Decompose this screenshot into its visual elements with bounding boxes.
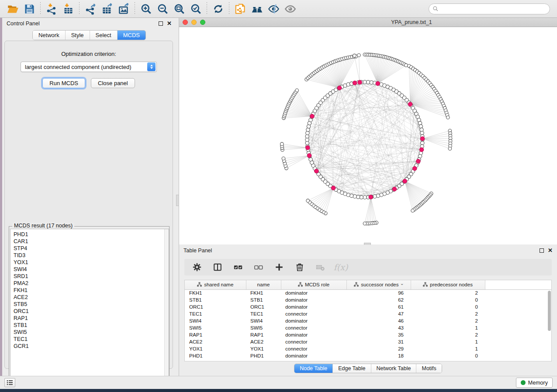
open-folder-icon — [7, 3, 19, 15]
cell-name: RAP1 — [246, 331, 281, 338]
delete-column-button[interactable] — [293, 261, 306, 274]
status-bar: Memory — [0, 376, 557, 389]
cell-successor-nodes: 18 — [346, 352, 411, 359]
float-panel-icon[interactable] — [159, 21, 163, 26]
table-row[interactable]: SWI5SWI5connector431 — [185, 324, 551, 331]
table-tab-motifs[interactable]: Motifs — [416, 364, 441, 373]
cytoscape-app-window: Control Panel ✕ NetworkStyleSelectMCDS O… — [0, 0, 557, 392]
export-image-button[interactable] — [115, 1, 132, 16]
result-node-item[interactable]: STB1 — [14, 322, 169, 329]
zoom-out-button[interactable] — [154, 1, 171, 16]
table-row[interactable]: SWI4SWI4dominator462 — [185, 317, 551, 324]
column-type-icon — [298, 282, 303, 287]
result-node-item[interactable]: ORC1 — [14, 308, 169, 315]
result-node-item[interactable]: PHD1 — [14, 231, 169, 238]
table-row[interactable]: ACE2ACE2connector311 — [185, 338, 551, 345]
export-network-button[interactable] — [82, 1, 99, 16]
table-row[interactable]: PHD1PHD1dominator180 — [185, 352, 551, 359]
result-node-item[interactable]: SWI5 — [14, 329, 169, 336]
network-window: YPA_prune.txt_1 — [179, 18, 557, 245]
search-input[interactable] — [441, 6, 546, 12]
table-row[interactable]: FKH1FKH1dominator962 — [185, 289, 551, 296]
tab-network[interactable]: Network — [33, 31, 65, 40]
deselect-all-rows-button[interactable] — [252, 261, 265, 274]
result-node-item[interactable]: YOX1 — [14, 259, 169, 266]
network-canvas[interactable] — [179, 27, 557, 244]
column-header-predecessor-nodes[interactable]: predecessor nodes — [411, 280, 485, 289]
result-node-item[interactable]: CAR1 — [14, 238, 169, 245]
show-columns-button[interactable] — [211, 261, 224, 274]
result-node-item[interactable]: GCR1 — [14, 343, 169, 350]
hide-graphics-eye-button[interactable] — [265, 1, 282, 16]
toolbar-separator — [79, 2, 80, 15]
divider-grip[interactable] — [176, 195, 179, 206]
column-header-name[interactable]: name — [246, 280, 281, 289]
task-history-button[interactable] — [4, 378, 15, 387]
copy-share-document-button[interactable] — [232, 1, 249, 16]
binoculars-button[interactable] — [249, 1, 265, 16]
window-zoom-button[interactable] — [200, 20, 205, 25]
float-panel-icon[interactable] — [540, 248, 544, 253]
result-node-item[interactable]: STP4 — [14, 245, 169, 252]
table-tab-node-table[interactable]: Node Table — [294, 364, 332, 373]
run-mcds-button[interactable]: Run MCDS — [42, 78, 85, 88]
close-panel-icon[interactable]: ✕ — [548, 248, 553, 253]
window-close-button[interactable] — [183, 20, 188, 25]
table-row[interactable]: STB1STB1dominator620 — [185, 296, 551, 303]
refresh-button[interactable] — [210, 1, 226, 16]
cell-mcds-role: connector — [281, 324, 346, 331]
network-graph — [179, 27, 557, 244]
add-column-button[interactable] — [273, 261, 286, 274]
zoom-in-button[interactable] — [138, 1, 154, 16]
table-tab-network-table[interactable]: Network Table — [371, 364, 416, 373]
desktop-wallpaper-strip — [0, 389, 557, 392]
table-settings-gear-button[interactable] — [190, 261, 204, 274]
column-header-shared-name[interactable]: shared name — [185, 280, 246, 289]
result-list-scrollbar[interactable] — [164, 229, 169, 386]
zoom-fit-icon — [173, 3, 185, 15]
criterion-select[interactable]: largest connected component (undirected) — [21, 62, 157, 72]
control-panel-tabs: NetworkStyleSelectMCDS — [32, 30, 146, 40]
table-row[interactable]: ORC1ORC1dominator610 — [185, 303, 551, 310]
result-node-item[interactable]: SWI4 — [14, 266, 169, 273]
select-all-rows-button[interactable] — [232, 261, 245, 274]
result-node-item[interactable]: TID3 — [14, 252, 169, 259]
cell-mcds-role: connector — [281, 310, 346, 317]
table-scrollbar-thumb[interactable] — [548, 291, 551, 331]
zoom-selected-button[interactable] — [187, 1, 204, 16]
cell-mcds-role: dominator — [281, 352, 346, 359]
table-tab-edge-table[interactable]: Edge Table — [332, 364, 370, 373]
cell-filler — [485, 296, 551, 303]
show-graphics-eye-button[interactable] — [282, 1, 298, 16]
save-session-button[interactable] — [21, 1, 38, 16]
table-row[interactable]: YOX1YOX1connector291 — [185, 345, 551, 352]
open-file-button[interactable] — [4, 1, 21, 16]
column-label: name — [257, 282, 270, 287]
close-panel-icon[interactable]: ✕ — [167, 21, 172, 26]
table-row[interactable]: TEC1TEC1connector472 — [185, 310, 551, 317]
result-node-item[interactable]: RAP1 — [14, 315, 169, 322]
zoom-fit-button[interactable] — [171, 1, 187, 16]
window-minimize-button[interactable] — [191, 20, 197, 25]
result-node-item[interactable]: SRD1 — [14, 273, 169, 280]
tab-style[interactable]: Style — [65, 31, 90, 40]
result-node-item[interactable]: STB5 — [14, 301, 169, 308]
result-node-item[interactable]: TEC1 — [14, 336, 169, 343]
result-node-item[interactable]: ACE2 — [14, 294, 169, 301]
control-panel: Control Panel ✕ NetworkStyleSelectMCDS O… — [2, 18, 176, 376]
table-row[interactable]: RAP1RAP1dominator352 — [185, 331, 551, 338]
tab-select[interactable]: Select — [90, 31, 117, 40]
tab-mcds[interactable]: MCDS — [117, 31, 145, 40]
column-filler — [485, 280, 551, 289]
cell-name: TEC1 — [246, 310, 281, 317]
memory-button[interactable]: Memory — [516, 378, 553, 388]
column-header-successor-nodes[interactable]: successor nodes› — [346, 280, 411, 289]
close-panel-button[interactable]: Close panel — [91, 78, 135, 88]
import-table-button[interactable] — [60, 1, 76, 16]
import-network-button[interactable] — [43, 1, 60, 16]
mcds-result-groupbox: MCDS result (17 nodes) PHD1CAR1STP4TID3Y… — [9, 226, 170, 388]
result-node-item[interactable]: FKH1 — [14, 287, 169, 294]
column-header-mcds-role[interactable]: MCDS role — [281, 280, 346, 289]
export-table-button[interactable] — [99, 1, 115, 16]
result-node-item[interactable]: PMA2 — [14, 280, 169, 287]
